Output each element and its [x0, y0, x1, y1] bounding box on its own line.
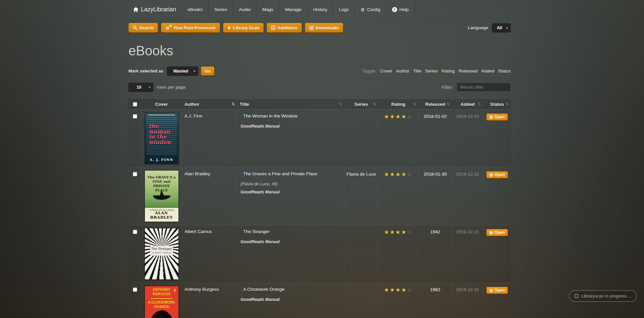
toggle-added[interactable]: Added	[481, 69, 494, 74]
sort-icon: ⇅	[339, 102, 342, 106]
table-row: the woman in the window A. J. FINN A.J. …	[128, 110, 511, 168]
author-link[interactable]: Alan Bradley	[184, 171, 210, 176]
nav-item-ebooks[interactable]: eBooks	[181, 0, 208, 19]
header-series[interactable]: Series⇅	[344, 99, 378, 109]
sort-icon: ⇅	[413, 102, 416, 106]
added-date: 2019-12-31	[456, 172, 479, 177]
row-checkbox[interactable]	[133, 230, 137, 234]
title-link[interactable]: The Woman in the Window	[243, 113, 341, 119]
page-title: eBooks	[128, 43, 173, 58]
book-cover[interactable]: The GRAVE'S a FINE and PRIVATE PLACE A F…	[145, 171, 178, 222]
go-button[interactable]: Go	[201, 66, 214, 76]
cover-author-text: ALAN BRADLEY	[145, 211, 178, 220]
toggle-status[interactable]: Status	[498, 69, 511, 74]
table-row: The Stranger ALBERT CAMUS Albert Camus T…	[128, 225, 511, 283]
gear-icon: ⚙	[361, 7, 365, 12]
toggle-rating[interactable]: Rating	[442, 69, 455, 74]
penguin-logo	[173, 288, 176, 292]
brand-home-link[interactable]: LazyLibrarian	[128, 0, 181, 19]
toggle-series[interactable]: Series	[425, 69, 438, 74]
row-checkbox[interactable]	[133, 287, 137, 292]
header-author[interactable]: Author⇅	[181, 99, 237, 109]
toggle-title[interactable]: Title	[413, 69, 421, 74]
header-title[interactable]: Title⇅	[237, 99, 344, 109]
open-button[interactable]: ▤Open	[486, 229, 508, 236]
chevron-down-icon: ▾	[506, 26, 508, 30]
author-link[interactable]: Anthony Burgess	[184, 287, 219, 292]
sort-icon: ⇅	[231, 102, 235, 106]
header-released[interactable]: Released⇅	[418, 99, 452, 109]
additions-button[interactable]: Additions	[267, 23, 302, 33]
book-icon: ▤	[489, 231, 493, 234]
added-date: 2019-12-31	[456, 287, 479, 292]
cover-title-text: A CLOCKWORK ORANGE	[145, 300, 178, 309]
toggle-released[interactable]: Released	[459, 69, 478, 74]
question-circle-icon: ?	[392, 7, 397, 12]
header-rating[interactable]: Rating⇅	[378, 99, 418, 109]
run-post-processor-button[interactable]: ⚙⚙ Run Post-Processor	[161, 23, 220, 33]
search-button[interactable]: Search	[128, 23, 158, 33]
gears-icon: ⚙⚙	[165, 25, 172, 31]
cover-author-text: A. J. FINN	[145, 158, 178, 162]
nav-item-manage[interactable]: Manage	[279, 0, 307, 19]
sort-icon: ⇅	[373, 102, 376, 106]
controls-row-1: Mark selected as Wanted ▾ Go Toggle: Cov…	[128, 66, 511, 76]
row-checkbox[interactable]	[133, 114, 137, 119]
nav-item-help[interactable]: ? Help	[386, 0, 415, 19]
book-cover[interactable]: ANTHONY BURGESS A CLOCKWORK ORANGE	[145, 286, 178, 318]
navbar: LazyLibrarian eBooks Series Audio Mags M…	[128, 0, 415, 19]
toggle-author[interactable]: Author	[396, 69, 410, 74]
source-note: GoodReads Manual	[240, 124, 341, 129]
filter-group: Filter:	[442, 83, 511, 92]
language-group: Language All ▾	[468, 23, 511, 32]
title-link[interactable]: The Graves a Fine and Private Place	[243, 171, 341, 176]
cover-title-text: the woman in the window	[149, 124, 171, 145]
navbar-divider	[0, 19, 644, 19]
rows-per-page-select[interactable]: 10 ▾	[128, 83, 153, 92]
series-link[interactable]: Flavia de Luce	[346, 172, 376, 177]
chevron-down-icon: ▾	[149, 86, 150, 89]
open-button[interactable]: ▤Open	[486, 287, 508, 294]
library-scan-button[interactable]: Library Scan	[223, 23, 264, 33]
open-button[interactable]: ▤Open	[486, 171, 508, 178]
nav-item-mags[interactable]: Mags	[256, 0, 279, 19]
nav-item-history[interactable]: History	[307, 0, 333, 19]
spinner-icon	[574, 294, 579, 298]
results-filter-input[interactable]	[457, 83, 511, 92]
nav-item-logs[interactable]: Logs	[333, 0, 355, 19]
title-link[interactable]: A Clockwork Orange	[243, 287, 341, 292]
nav-item-config[interactable]: ⚙ Config	[355, 0, 386, 19]
row-checkbox[interactable]	[133, 172, 137, 176]
cover-decoration	[153, 195, 171, 200]
star-rating: ★★★★☆	[384, 171, 413, 178]
cover-title-text: The Stranger	[151, 247, 172, 251]
brand-label: LazyLibrarian	[141, 6, 176, 13]
home-icon	[133, 7, 139, 12]
released-date: 1962	[430, 287, 440, 292]
book-icon: ▤	[489, 173, 493, 177]
nav-item-series[interactable]: Series	[208, 0, 233, 19]
table-row: The GRAVE'S a FINE and PRIVATE PLACE A F…	[128, 168, 511, 225]
star-rating: ★★★★☆	[384, 287, 413, 293]
language-select[interactable]: All ▾	[492, 23, 511, 32]
filter-label: Filter:	[442, 85, 453, 90]
book-cover[interactable]: the woman in the window A. J. FINN	[145, 113, 178, 164]
chevron-down-icon: ▾	[194, 70, 196, 73]
open-button[interactable]: ▤Open	[486, 113, 508, 121]
star-rating: ★★★★☆	[384, 113, 413, 120]
author-link[interactable]: A.J. Finn	[184, 113, 202, 119]
controls-row-2: 10 ▾ rows per page Filter:	[128, 83, 511, 92]
header-added[interactable]: Added⇅	[452, 99, 483, 109]
book-icon: ▤	[489, 115, 493, 119]
mark-status-select[interactable]: Wanted ▾	[167, 66, 198, 76]
toggle-cover[interactable]: Cover	[380, 69, 392, 74]
header-status[interactable]: Status⇅	[483, 99, 511, 109]
select-all-checkbox[interactable]	[133, 102, 137, 106]
author-link[interactable]: Albert Camus	[184, 229, 212, 234]
downloads-button[interactable]: Downloads	[305, 23, 343, 33]
title-link[interactable]: The Stranger	[243, 229, 341, 234]
book-cover[interactable]: The Stranger ALBERT CAMUS	[145, 228, 178, 279]
nav-item-audio[interactable]: Audio	[233, 0, 256, 19]
source-note: GoodReads Manual	[240, 297, 341, 302]
mark-selected-label: Mark selected as	[128, 69, 163, 74]
